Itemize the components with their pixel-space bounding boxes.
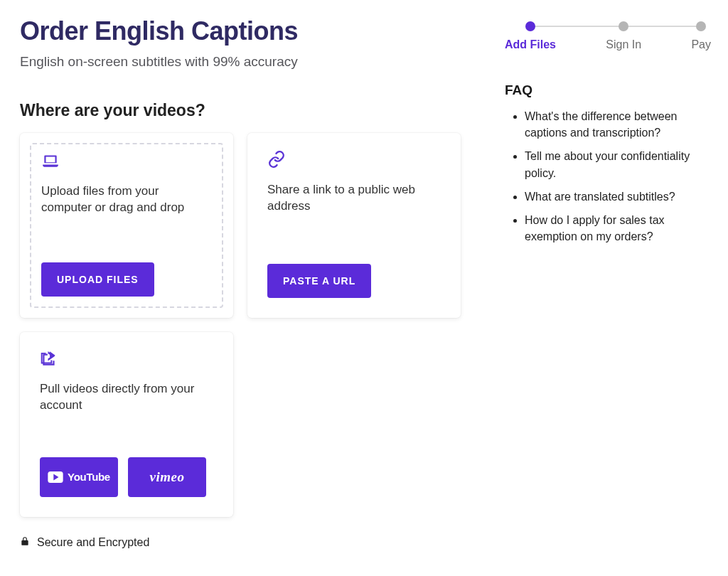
step-add-files[interactable]: Add Files [505,21,556,51]
step-sign-in[interactable]: Sign In [606,21,641,51]
lock-icon [20,535,30,550]
upload-files-button[interactable]: UPLOAD FILES [41,262,154,297]
youtube-label: YouTube [68,471,110,483]
secure-text: Secure and Encrypted [37,536,149,549]
dropzone[interactable]: Upload files from your computer or drag … [30,143,223,308]
faq-item[interactable]: How do I apply for sales tax exemption o… [525,212,711,245]
section-heading: Where are your videos? [20,101,482,120]
laptop-icon [41,151,212,176]
link-icon [267,150,441,174]
faq-title: FAQ [505,82,711,98]
step-dot-icon [619,21,628,31]
faq-list: What's the difference between captions a… [505,108,711,245]
step-label: Sign In [606,38,641,51]
step-pay[interactable]: Pay [691,21,711,51]
secure-note: Secure and Encrypted [20,535,482,550]
youtube-button[interactable]: YouTube [40,457,118,497]
step-label: Add Files [505,38,556,51]
card-upload-text: Upload files from your computer or drag … [41,183,205,217]
step-dot-icon [525,21,535,31]
stepper: Add Files Sign In Pay [505,17,711,51]
paste-url-button[interactable]: PASTE A URL [267,264,371,298]
card-pull-account: Pull videos directly from your account Y… [20,332,233,517]
vimeo-label: vimeo [150,469,185,485]
card-upload: Upload files from your computer or drag … [20,133,233,318]
step-label: Pay [691,38,711,51]
card-paste-url: Share a link to a public web address PAS… [247,133,461,318]
card-pull-text: Pull videos directly from your account [40,380,203,415]
card-paste-text: Share a link to a public web address [267,181,431,215]
faq-item[interactable]: What's the difference between captions a… [525,108,711,141]
vimeo-button[interactable]: vimeo [128,457,206,497]
faq-item[interactable]: Tell me about your confidentiality polic… [525,148,711,181]
youtube-play-icon [48,471,63,483]
upload-cards: Upload files from your computer or drag … [20,133,482,517]
faq-item[interactable]: What are translated subtitles? [525,188,711,205]
page-subtitle: English on-screen subtitles with 99% acc… [20,54,482,70]
share-icon [40,349,213,373]
step-dot-icon [696,21,706,31]
page-title: Order English Captions [20,17,482,46]
